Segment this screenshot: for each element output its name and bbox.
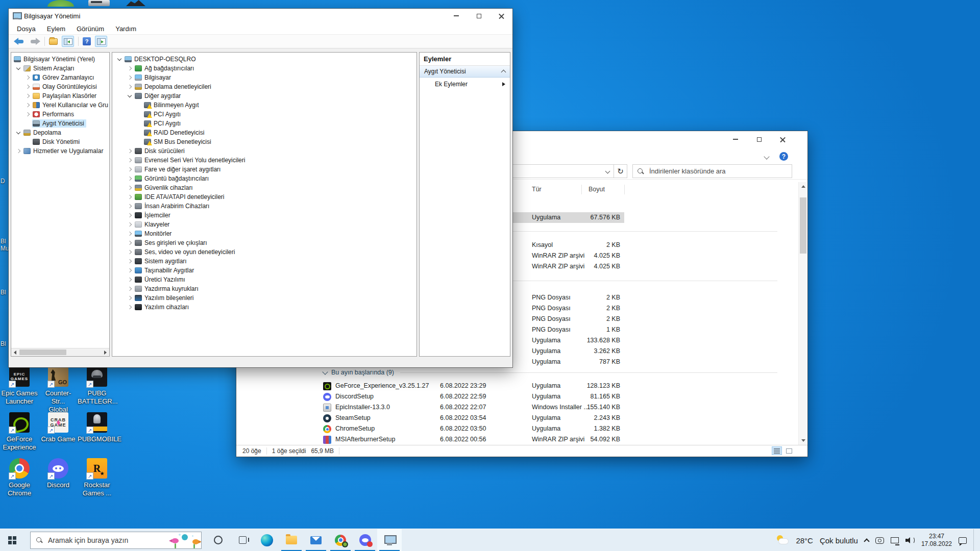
tree-item[interactable]: Diğer aygıtlar bbox=[112, 91, 416, 101]
taskbar-app-cm[interactable] bbox=[377, 529, 402, 551]
expand-icon[interactable] bbox=[24, 93, 31, 99]
collapse-icon[interactable] bbox=[15, 65, 21, 71]
weather-label[interactable]: Çok bulutlu bbox=[820, 536, 858, 545]
tree-item[interactable]: Bilgisayar bbox=[112, 73, 416, 82]
tree-item[interactable]: Ağ bağdaştırıcıları bbox=[112, 64, 416, 73]
scroll-up-icon[interactable] bbox=[801, 185, 805, 188]
tree-item[interactable]: İşlemciler bbox=[112, 211, 416, 220]
maximize-button[interactable] bbox=[747, 131, 771, 147]
taskbar-app-mail[interactable] bbox=[304, 529, 328, 551]
menu-item[interactable]: Yardım bbox=[115, 24, 141, 34]
expand-icon[interactable] bbox=[127, 286, 133, 292]
expand-icon[interactable] bbox=[127, 231, 133, 237]
scrollbar-thumb[interactable] bbox=[800, 197, 806, 254]
collapse-icon[interactable] bbox=[15, 130, 21, 136]
details-view-button[interactable] bbox=[772, 446, 782, 455]
tree-item[interactable]: Aygıt Yöneticisi bbox=[11, 119, 109, 128]
tree-item[interactable]: İnsan Arabirim Cihazları bbox=[112, 202, 416, 211]
taskbar-app-explorer[interactable] bbox=[279, 529, 304, 551]
file-row[interactable]: DiscordSetup6.08.2022 22:59Uygulama81.16… bbox=[236, 391, 797, 402]
expand-icon[interactable] bbox=[15, 148, 21, 154]
tree-item[interactable]: Hizmetler ve Uygulamalar bbox=[11, 146, 109, 156]
show-desktop-button[interactable] bbox=[973, 529, 976, 551]
tree-item[interactable]: Güvenlik cihazları bbox=[112, 183, 416, 192]
address-dropdown-icon[interactable] bbox=[605, 169, 610, 174]
tree-item[interactable]: DESKTOP-OESQLRO bbox=[112, 55, 416, 64]
tree-item[interactable]: Klavyeler bbox=[112, 220, 416, 229]
weather-icon[interactable] bbox=[776, 535, 789, 546]
help-icon[interactable] bbox=[779, 152, 788, 161]
horizontal-scrollbar[interactable] bbox=[11, 348, 109, 356]
tree-item[interactable]: RAID Denetleyicisi bbox=[112, 128, 416, 137]
file-row[interactable]: ChromeSetup6.08.2022 03:50Uygulama1.382 … bbox=[236, 423, 797, 434]
start-button[interactable] bbox=[0, 529, 24, 551]
expand-icon[interactable] bbox=[127, 267, 133, 273]
group-header[interactable]: Bu ayın başlarında (9) bbox=[322, 367, 777, 378]
expand-icon[interactable] bbox=[127, 203, 133, 209]
action-center-icon[interactable] bbox=[959, 537, 967, 544]
desktop-icon-google-chrome[interactable]: GoogleChrome bbox=[0, 458, 39, 497]
expand-icon[interactable] bbox=[127, 74, 133, 81]
expand-icon[interactable] bbox=[127, 185, 133, 191]
collapse-icon[interactable] bbox=[501, 70, 506, 75]
tree-item[interactable]: Yazılım bileşenleri bbox=[112, 293, 416, 303]
maximize-button[interactable] bbox=[468, 9, 490, 23]
column-separator[interactable] bbox=[581, 185, 582, 194]
expand-icon[interactable] bbox=[127, 148, 133, 154]
scroll-down-icon[interactable] bbox=[801, 439, 805, 442]
expand-icon[interactable] bbox=[127, 176, 133, 182]
tree-item[interactable]: Performans bbox=[11, 110, 109, 119]
network-icon[interactable] bbox=[891, 537, 899, 543]
desktop-icon-pubg-mobile[interactable]: PUBGMOBILE bbox=[78, 412, 116, 443]
file-row[interactable]: GeForce_Experience_v3.25.1.276.08.2022 2… bbox=[236, 381, 797, 391]
tree-item[interactable]: Depolama bbox=[11, 128, 109, 137]
desktop-icon-discord[interactable]: Discord bbox=[39, 458, 78, 489]
meet-now-icon[interactable] bbox=[875, 537, 884, 544]
tree-item[interactable]: PCI Aygıtı bbox=[112, 110, 416, 119]
expand-icon[interactable] bbox=[127, 221, 133, 228]
expand-icon[interactable] bbox=[127, 65, 133, 71]
vertical-scrollbar[interactable] bbox=[798, 182, 807, 445]
file-row[interactable]: EpicInstaller-13.3.06.08.2022 22:07Windo… bbox=[236, 402, 797, 413]
tree-item[interactable]: Sistem aygıtları bbox=[112, 257, 416, 266]
expand-icon[interactable] bbox=[127, 277, 133, 283]
search-box[interactable] bbox=[632, 164, 792, 178]
desktop-icon-crab-game[interactable]: CRABGAMECrab Game bbox=[39, 412, 78, 443]
expand-icon[interactable] bbox=[127, 258, 133, 264]
tree-item[interactable]: Yazılım cihazları bbox=[112, 303, 416, 312]
desktop-icon-rockstar-games[interactable]: RRockstarGames ... bbox=[78, 458, 116, 497]
expand-icon[interactable] bbox=[24, 84, 31, 90]
expand-icon[interactable] bbox=[24, 111, 31, 117]
tree-item[interactable]: Yerel Kullanıcılar ve Gru bbox=[11, 101, 109, 110]
minimize-button[interactable] bbox=[724, 131, 747, 147]
taskbar-app-discord[interactable] bbox=[353, 529, 377, 551]
tree-item[interactable]: Taşınabilir Aygıtlar bbox=[112, 266, 416, 275]
back-button[interactable] bbox=[14, 38, 25, 45]
tree-item[interactable]: Bilgisayar Yönetimi (Yerel) bbox=[11, 55, 109, 64]
toggle-console-tree-button[interactable] bbox=[62, 36, 74, 47]
expand-icon[interactable] bbox=[127, 249, 133, 255]
search-highlight-doodle[interactable] bbox=[169, 532, 201, 548]
scroll-right-icon[interactable] bbox=[104, 350, 107, 355]
collapse-icon[interactable] bbox=[127, 93, 133, 99]
tree-item[interactable]: Üretici Yazılımı bbox=[112, 275, 416, 284]
refresh-button[interactable] bbox=[614, 164, 627, 178]
clock[interactable]: 23:47 17.08.2022 bbox=[921, 533, 952, 548]
tree-item[interactable]: Fare ve diğer işaret aygıtları bbox=[112, 165, 416, 174]
close-button[interactable] bbox=[771, 131, 794, 147]
desktop-icon-geforce-experience[interactable]: GeForceExperience bbox=[0, 412, 39, 452]
up-level-icon[interactable] bbox=[49, 38, 58, 45]
minimize-button[interactable] bbox=[445, 9, 468, 23]
action-item-aygit-yoneticisi[interactable]: Aygıt Yöneticisi bbox=[420, 66, 510, 78]
column-header-type[interactable]: Tür bbox=[532, 186, 542, 193]
close-button[interactable] bbox=[490, 9, 512, 23]
forward-button[interactable] bbox=[29, 38, 40, 45]
tree-item[interactable]: Evrensel Seri Veri Yolu denetleyicileri bbox=[112, 156, 416, 165]
expand-icon[interactable] bbox=[127, 212, 133, 218]
weather-temp[interactable]: 28°C bbox=[796, 536, 813, 545]
tree-item[interactable]: Paylaşılan Klasörler bbox=[11, 91, 109, 101]
desktop-icon-pubg-battlegrounds[interactable]: PUBGBATTLEGR... bbox=[78, 366, 116, 406]
scroll-left-icon[interactable] bbox=[14, 350, 16, 355]
expand-icon[interactable] bbox=[127, 166, 133, 172]
collapse-icon[interactable] bbox=[116, 56, 122, 62]
